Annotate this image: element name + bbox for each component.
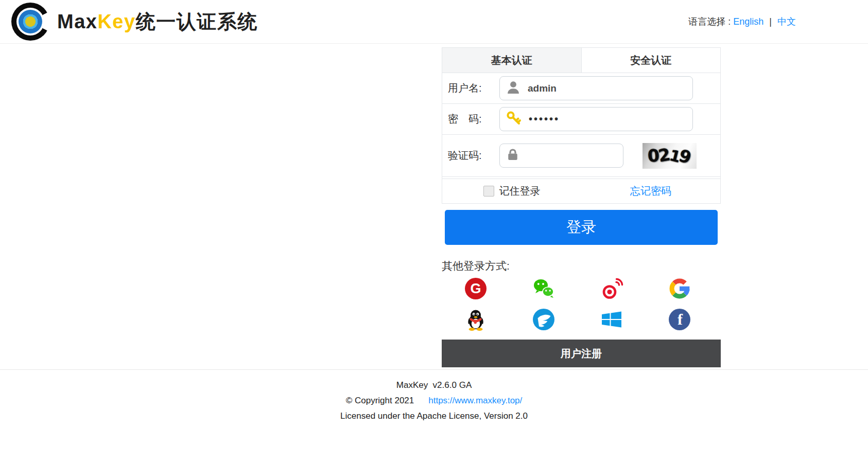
username-row: 用户名: [442, 73, 720, 104]
footer: MaxKey v2.6.0 GA © Copyright 2021https:/… [0, 369, 868, 422]
main-area: 基本认证 安全认证 用户名: 密 码: [0, 44, 868, 369]
username-label: 用户名: [448, 81, 499, 95]
maxkey-logo-icon [11, 3, 49, 41]
language-selector: 语言选择 : English | 中文 [688, 15, 796, 28]
remember-row: 记住登录 忘记密码 [442, 179, 720, 203]
forgot-group: 忘记密码 [581, 184, 720, 198]
language-label: 语言选择 : [688, 16, 731, 27]
tab-secure-auth[interactable]: 安全认证 [582, 48, 721, 73]
remember-checkbox[interactable] [483, 186, 494, 197]
username-input-box [499, 76, 693, 100]
captcha-row: 验证码: 0219 [442, 135, 720, 177]
tab-basic-auth[interactable]: 基本认证 [442, 48, 582, 73]
qq-login-icon[interactable] [463, 307, 488, 332]
captcha-image[interactable]: 0219 [643, 143, 697, 169]
register-button[interactable]: 用户注册 [442, 340, 721, 367]
captcha-label: 验证码: [448, 149, 499, 163]
login-button[interactable]: 登录 [445, 210, 718, 245]
captcha-input[interactable] [526, 150, 618, 162]
footer-site-link[interactable]: https://www.maxkey.top/ [428, 396, 522, 405]
header: MaxKey统一认证系统 语言选择 : English | 中文 [0, 0, 868, 44]
weibo-login-icon[interactable] [599, 276, 624, 301]
language-chinese-link[interactable]: 中文 [777, 16, 796, 27]
password-label: 密 码: [448, 112, 499, 126]
windows-login-icon[interactable] [599, 307, 624, 332]
password-input[interactable] [528, 113, 687, 126]
page-title: MaxKey统一认证系统 [57, 9, 258, 35]
title-max: Max [57, 11, 97, 32]
gitee-login-icon[interactable]: G [463, 276, 488, 301]
remember-label: 记住登录 [499, 184, 541, 198]
remember-group: 记住登录 [442, 184, 581, 198]
captcha-input-box [499, 144, 623, 168]
footer-version: MaxKey v2.6.0 GA [0, 379, 868, 391]
footer-copyright: © Copyright 2021 [346, 396, 414, 405]
title-key: Key [97, 11, 135, 32]
lock-icon [505, 147, 520, 165]
svg-text:f: f [678, 311, 683, 328]
username-input[interactable] [527, 82, 687, 95]
dingtalk-login-icon[interactable] [531, 307, 556, 332]
login-panel: 基本认证 安全认证 用户名: 密 码: [442, 47, 721, 367]
footer-copyright-line: © Copyright 2021https://www.maxkey.top/ [0, 395, 868, 407]
language-separator: | [769, 16, 772, 27]
wechat-login-icon[interactable] [531, 276, 556, 301]
language-english-link[interactable]: English [733, 16, 763, 27]
forgot-password-link[interactable]: 忘记密码 [630, 184, 671, 198]
social-login-providers: G [442, 276, 721, 332]
svg-text:G: G [470, 281, 481, 296]
login-form: 用户名: 密 码: [442, 73, 721, 204]
facebook-login-icon[interactable]: f [667, 307, 692, 332]
title-suffix: 统一认证系统 [136, 11, 258, 32]
other-login-methods-label: 其他登录方式: [442, 259, 721, 273]
password-row: 密 码: [442, 104, 720, 135]
key-icon [505, 110, 523, 129]
footer-license: Licensed under the Apache License, Versi… [0, 410, 868, 422]
brand: MaxKey统一认证系统 [11, 3, 258, 41]
user-icon [505, 79, 522, 98]
auth-tabs: 基本认证 安全认证 [442, 47, 721, 73]
password-input-box [499, 107, 693, 131]
google-login-icon[interactable] [667, 276, 692, 301]
